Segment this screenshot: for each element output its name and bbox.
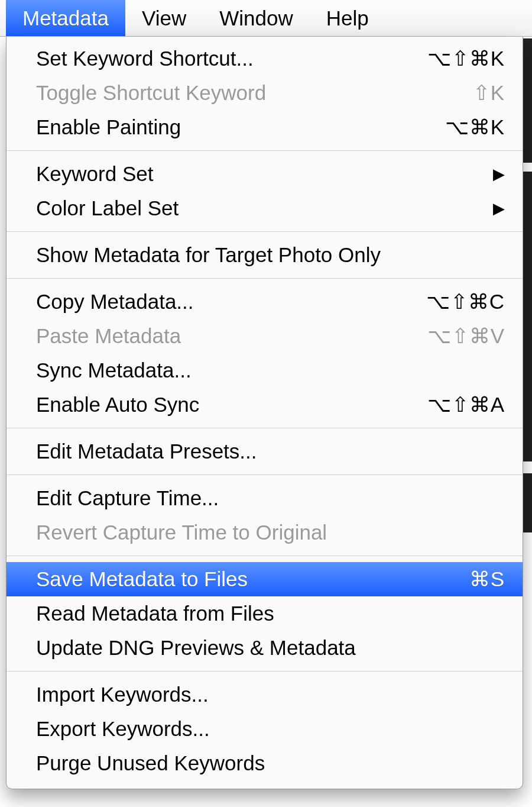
background-strip [523,473,532,532]
menu-item-export-keywords[interactable]: Export Keywords... [7,712,523,746]
menu-item-label: Save Metadata to Files [36,564,458,594]
menu-item-label: Show Metadata for Target Photo Only [36,240,505,270]
menu-item-label: Enable Auto Sync [36,390,416,419]
menu-item-edit-capture-time[interactable]: Edit Capture Time... [7,481,523,515]
menu-item-paste-metadata: Paste Metadata⌥⇧⌘V [7,319,523,353]
menu-item-label: Edit Metadata Presets... [36,437,505,466]
menu-item-label: Enable Painting [36,112,433,142]
menu-separator [7,428,523,428]
menu-item-label: Copy Metadata... [36,287,414,317]
menu-item-shortcut: ⌥⇧⌘C [426,287,505,317]
menubar-item-window[interactable]: Window [203,0,309,36]
background-strip [523,38,532,163]
menu-item-shortcut: ⌥⇧⌘V [427,321,505,351]
menu-item-label: Import Keywords... [36,680,505,709]
menu-item-color-label-set[interactable]: Color Label Set▶ [7,191,523,225]
menu-item-label: Color Label Set [36,193,481,223]
menu-item-read-metadata-from-files[interactable]: Read Metadata from Files [7,596,523,631]
menu-item-shortcut: ⌥⇧⌘A [427,390,505,419]
menubar-item-view[interactable]: View [125,0,203,36]
submenu-arrow-icon: ▶ [493,193,505,223]
menu-item-label: Paste Metadata [36,321,416,351]
menu-item-label: Toggle Shortcut Keyword [36,78,461,108]
menu-item-label: Purge Unused Keywords [36,748,505,778]
menu-item-label: Revert Capture Time to Original [36,518,505,547]
menu-item-label: Export Keywords... [36,714,505,744]
menu-item-toggle-shortcut-keyword: Toggle Shortcut Keyword⇧K [7,76,523,110]
menu-item-set-keyword-shortcut[interactable]: Set Keyword Shortcut...⌥⇧⌘K [7,41,523,76]
menu-item-label: Edit Capture Time... [36,483,505,513]
menu-item-edit-metadata-presets[interactable]: Edit Metadata Presets... [7,434,523,469]
menubar-item-help[interactable]: Help [310,0,385,36]
menu-item-copy-metadata[interactable]: Copy Metadata...⌥⇧⌘C [7,285,523,319]
submenu-arrow-icon: ▶ [493,159,505,189]
menubar-label: View [142,7,186,30]
menubar-item-metadata[interactable]: Metadata [6,0,125,36]
menu-separator [7,556,523,556]
menu-item-label: Keyword Set [36,159,481,189]
menu-separator [7,671,523,672]
menu-item-label: Set Keyword Shortcut... [36,44,416,73]
menu-item-import-keywords[interactable]: Import Keywords... [7,677,523,712]
menu-separator [7,231,523,232]
menu-item-enable-painting[interactable]: Enable Painting⌥⌘K [7,110,523,144]
menu-item-label: Sync Metadata... [36,356,505,385]
menu-item-label: Read Metadata from Files [36,599,505,628]
menubar: Metadata View Window Help [0,0,532,37]
menu-item-purge-unused-keywords[interactable]: Purge Unused Keywords [7,746,523,780]
menu-item-label: Update DNG Previews & Metadata [36,633,505,663]
menu-item-shortcut: ⌥⇧⌘K [427,44,505,73]
background-strip [523,172,532,461]
menubar-label: Window [219,7,293,30]
menu-item-shortcut: ⇧K [473,78,505,108]
menu-item-keyword-set[interactable]: Keyword Set▶ [7,157,523,191]
menu-item-save-metadata-to-files[interactable]: Save Metadata to Files⌘S [7,562,523,596]
menu-item-show-metadata-target-photo[interactable]: Show Metadata for Target Photo Only [7,238,523,272]
menu-separator [7,150,523,151]
menu-item-update-dng-previews[interactable]: Update DNG Previews & Metadata [7,631,523,665]
menu-item-shortcut: ⌥⌘K [445,112,505,142]
menu-separator [7,278,523,279]
menu-item-enable-auto-sync[interactable]: Enable Auto Sync⌥⇧⌘A [7,388,523,422]
menubar-label: Metadata [22,7,109,30]
menu-separator [7,474,523,475]
menu-item-shortcut: ⌘S [469,564,505,594]
menu-item-revert-capture-time: Revert Capture Time to Original [7,515,523,550]
menubar-label: Help [326,7,369,30]
menu-item-sync-metadata[interactable]: Sync Metadata... [7,353,523,388]
metadata-dropdown-menu: Set Keyword Shortcut...⌥⇧⌘KToggle Shortc… [6,37,523,789]
